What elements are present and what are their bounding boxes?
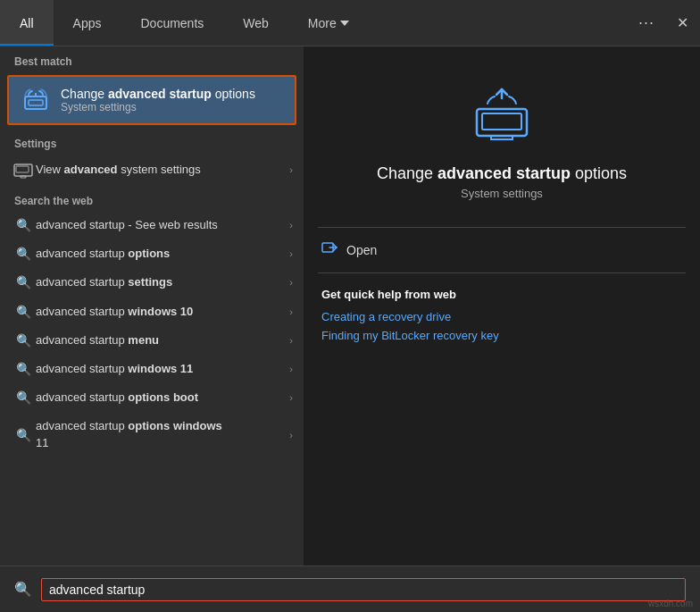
best-match-subtitle: System settings [61, 101, 255, 113]
quick-help-title: Get quick help from web [321, 288, 682, 301]
search-icon-5: 🔍 [11, 362, 36, 376]
tab-apps-label: Apps [73, 16, 102, 30]
chevron-right-icon: › [289, 164, 293, 175]
open-button[interactable]: Open [304, 228, 700, 272]
settings-item-text: View advanced system settings [36, 162, 286, 178]
main-container: Best match Change advanced startup optio… [0, 46, 700, 566]
quick-help-link-0[interactable]: Creating a recovery drive [321, 310, 682, 323]
web-item-3[interactable]: 🔍 advanced startup windows 10 › [0, 298, 304, 326]
search-icon-0: 🔍 [11, 218, 36, 232]
search-icon-4: 🔍 [11, 333, 36, 348]
watermark: wsxdn.com [648, 599, 693, 608]
best-match-text: Change advanced startup options System s… [61, 87, 255, 113]
search-bar-icon: 🔍 [14, 581, 32, 598]
tab-apps[interactable]: Apps [54, 0, 121, 46]
chevron-right-icon: › [289, 430, 293, 440]
chevron-right-icon: › [289, 220, 293, 231]
startup-hero-icon [470, 82, 534, 150]
chevron-right-icon: › [289, 392, 293, 403]
close-button[interactable]: ✕ [664, 5, 700, 41]
best-match-title: Change advanced startup options [61, 87, 255, 101]
web-item-0[interactable]: 🔍 advanced startup - See web results › [0, 211, 304, 239]
system-settings-icon [11, 160, 36, 180]
tab-more[interactable]: More [288, 0, 369, 46]
chevron-right-icon: › [289, 364, 293, 374]
startup-icon-small [20, 84, 52, 116]
chevron-right-icon: › [289, 248, 293, 259]
search-icon-1: 🔍 [11, 247, 36, 261]
search-icon-6: 🔍 [11, 390, 36, 405]
tab-web[interactable]: Web [223, 0, 288, 46]
web-item-2[interactable]: 🔍 advanced startup settings › [0, 268, 304, 297]
hero-title: Change advanced startup options [377, 164, 627, 183]
search-icon-3: 🔍 [11, 305, 36, 319]
settings-item-advanced-system[interactable]: View advanced system settings › [0, 154, 304, 186]
search-bar: 🔍 wsxdn.com [0, 566, 700, 612]
tab-all-label: All [20, 16, 34, 30]
hero-section: Change advanced startup options System s… [304, 46, 700, 227]
web-item-7[interactable]: 🔍 advanced startup options windows11 › [0, 412, 304, 457]
left-panel: Best match Change advanced startup optio… [0, 46, 304, 566]
web-search-label: Search the web [0, 186, 304, 211]
quick-help-section: Get quick help from web Creating a recov… [304, 273, 700, 362]
web-item-4[interactable]: 🔍 advanced startup menu › [0, 326, 304, 355]
chevron-right-icon: › [289, 335, 293, 346]
svg-rect-5 [482, 113, 521, 130]
best-match-item[interactable]: Change advanced startup options System s… [7, 75, 296, 125]
hero-subtitle: System settings [461, 187, 543, 200]
search-icon-7: 🔍 [11, 428, 36, 442]
tab-all[interactable]: All [0, 0, 54, 46]
quick-help-link-1[interactable]: Finding my BitLocker recovery key [321, 329, 682, 342]
search-input-wrapper[interactable] [41, 578, 686, 601]
more-options-button[interactable]: ··· [629, 5, 664, 41]
settings-label: Settings [0, 129, 304, 154]
chevron-right-icon: › [289, 277, 293, 288]
tab-web-label: Web [243, 16, 269, 30]
web-item-6[interactable]: 🔍 advanced startup options boot › [0, 383, 304, 412]
best-match-label: Best match [0, 46, 304, 71]
tab-documents[interactable]: Documents [121, 0, 223, 46]
tab-documents-label: Documents [140, 16, 204, 30]
search-input[interactable] [49, 583, 678, 597]
svg-rect-3 [16, 166, 29, 172]
top-navigation: All Apps Documents Web More ··· ✕ [0, 0, 700, 46]
svg-rect-1 [29, 100, 43, 105]
search-icon-2: 🔍 [11, 275, 36, 289]
open-icon [321, 240, 338, 260]
open-label: Open [346, 243, 377, 257]
chevron-right-icon: › [289, 306, 293, 317]
chevron-down-icon [340, 19, 349, 28]
tab-more-label: More [308, 16, 337, 30]
right-panel: Change advanced startup options System s… [304, 46, 700, 566]
web-item-5[interactable]: 🔍 advanced startup windows 11 › [0, 355, 304, 383]
web-item-1[interactable]: 🔍 advanced startup options › [0, 239, 304, 268]
